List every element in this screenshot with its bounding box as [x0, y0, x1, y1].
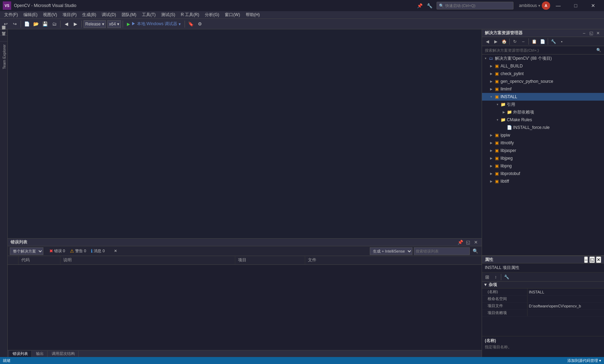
col-project[interactable]: 项目: [235, 256, 305, 264]
menu-file[interactable]: 文件(F): [1, 11, 21, 19]
menu-analyze[interactable]: 分析(G): [202, 11, 222, 19]
error-panel-header: 错误列表 📌 ◱ ✕: [8, 239, 482, 246]
col-code[interactable]: 代码: [18, 256, 60, 264]
menu-view[interactable]: 视图(V): [40, 11, 60, 19]
menu-window[interactable]: 窗口(W): [222, 11, 243, 19]
tree-libprotobuf[interactable]: ▶ ▣ libprotobuf: [482, 170, 604, 177]
tree-libtiff[interactable]: ▶ ▣ libtiff: [482, 177, 604, 185]
clear-filter-button[interactable]: ✕: [112, 247, 119, 255]
warning-count-button[interactable]: ⚠ 警告 0: [68, 247, 88, 255]
menu-tools[interactable]: 工具(T): [139, 11, 158, 19]
se-pin-button[interactable]: –: [581, 30, 587, 36]
se-sync-button[interactable]: ↻: [511, 38, 519, 45]
error-panel-float-button[interactable]: ◱: [465, 239, 471, 246]
prop-projdeps-label: 项目依赖项: [482, 310, 527, 316]
se-close-button[interactable]: ✕: [595, 30, 601, 36]
menu-debug[interactable]: 调试(D): [99, 11, 119, 19]
error-panel-pin-button[interactable]: 📌: [457, 239, 463, 246]
save-button[interactable]: 💾: [41, 20, 49, 28]
source-control-button[interactable]: 添加到源代码管理 ▾: [567, 358, 601, 363]
tree-install-force[interactable]: 📄 INSTALL_force.rule: [482, 124, 604, 131]
pin2-icon[interactable]: 🔧: [425, 2, 434, 9]
error-scope-select[interactable]: 整个解决方案: [10, 247, 43, 255]
tree-cmake-rules[interactable]: ▾ 📁 CMake Rules: [482, 116, 604, 124]
restore-button[interactable]: □: [568, 0, 584, 11]
se-back-button[interactable]: ◀: [483, 38, 491, 45]
tree-llmlmf[interactable]: ▶ ▣ llmlmf: [482, 85, 604, 93]
tree-ittnotify[interactable]: ▶ ▣ ittnotify: [482, 139, 604, 147]
se-collapse-button[interactable]: –: [519, 38, 527, 45]
se-wrench-button[interactable]: 🔧: [549, 38, 557, 45]
minimize-button[interactable]: —: [550, 0, 566, 11]
se-home-button[interactable]: 🏠: [500, 38, 508, 45]
forward-button[interactable]: ▶: [71, 20, 80, 28]
configuration-label: Release: [85, 22, 101, 27]
prop-wrench-button[interactable]: 🔧: [503, 274, 510, 281]
tree-references[interactable]: ▾ 📁 引用: [482, 101, 604, 108]
prop-title: 属性: [485, 257, 584, 263]
se-float-button[interactable]: ◱: [588, 30, 594, 36]
info-count-button[interactable]: ℹ 消息 0: [89, 247, 106, 255]
tree-libpng[interactable]: ▶ ▣ libpng: [482, 162, 604, 170]
tree-ippiw[interactable]: ▶ ▣ ippiw: [482, 131, 604, 139]
menu-help[interactable]: 帮助(H): [243, 11, 263, 19]
tab-output[interactable]: 输出: [33, 351, 48, 357]
open-file-button[interactable]: 📂: [32, 20, 40, 28]
tree-check-pylint[interactable]: ▶ ▣ check_pylint: [482, 70, 604, 78]
prop-pin-button[interactable]: –: [584, 256, 588, 263]
se-tree[interactable]: ▾ 🗂 解决方案'OpenCV' (88 个项目) ▶ ▣ ALL_BUILD …: [482, 54, 604, 255]
error-search-button[interactable]: 🔍: [471, 247, 480, 255]
menu-rtools[interactable]: R 工具(R): [178, 11, 202, 19]
err-filter-select[interactable]: 生成 + IntelliSense: [370, 247, 412, 255]
menu-project[interactable]: 项目(P): [60, 11, 79, 19]
server-explorer-tab[interactable]: 服务器资源管理器: [0, 29, 7, 35]
error-search-input[interactable]: [414, 247, 470, 255]
tree-libjasper[interactable]: ▶ ▣ libjasper: [482, 147, 604, 154]
error-count-button[interactable]: ✖ 错误 0: [48, 247, 67, 255]
undo-button[interactable]: ↩: [1, 20, 10, 28]
menu-edit[interactable]: 编辑(E): [21, 11, 40, 19]
save-all-button[interactable]: 🗂: [50, 20, 58, 28]
close-button[interactable]: ✕: [585, 0, 601, 11]
team-explorer-tab[interactable]: Team Explorer: [0, 41, 7, 72]
tree-install[interactable]: ▾ ▣ INSTALL: [482, 93, 604, 101]
user-avatar[interactable]: A: [542, 1, 550, 10]
tab-error-list[interactable]: 错误列表: [9, 351, 32, 357]
tree-all-build[interactable]: ▶ ▣ ALL_BUILD: [482, 62, 604, 70]
tree-solution[interactable]: ▾ 🗂 解决方案'OpenCV' (88 个项目): [482, 54, 604, 62]
prop-section-misc[interactable]: ▼ 杂项: [482, 282, 604, 289]
se-filter-button[interactable]: ▪: [558, 38, 566, 45]
se-paste-button[interactable]: 📄: [539, 38, 546, 45]
toolbox-tab[interactable]: 工具箱: [0, 35, 7, 41]
tree-libjpeg[interactable]: ▶ ▣ libjpeg: [482, 154, 604, 162]
prop-float-button[interactable]: ◱: [589, 256, 595, 263]
platform-dropdown[interactable]: x64 ▾: [107, 20, 121, 28]
prop-name-label: (名称): [482, 289, 527, 295]
prop-sort-button[interactable]: ↕: [492, 274, 499, 281]
status-bar: 就绪 添加到源代码管理 ▾: [0, 357, 604, 364]
configuration-dropdown[interactable]: Release ▾: [84, 20, 106, 28]
se-copy-button[interactable]: 📋: [530, 38, 538, 45]
se-forward-button[interactable]: ▶: [492, 38, 499, 45]
pin-icon[interactable]: 📌: [416, 2, 424, 9]
col-desc[interactable]: 说明: [60, 256, 235, 264]
tree-gen-opencv[interactable]: ▶ ▣ gen_opencv_python_source: [482, 78, 604, 85]
menu-build[interactable]: 生成(B): [79, 11, 99, 19]
tab-call-hierarchy[interactable]: 调用层次结构: [48, 351, 79, 357]
settings-button[interactable]: ⚙: [196, 20, 204, 28]
project-icon-install: ▣: [494, 94, 499, 100]
back-button[interactable]: ◀: [62, 20, 71, 28]
error-panel-close-button[interactable]: ✕: [473, 239, 479, 246]
prop-close-button[interactable]: ✕: [596, 256, 601, 263]
editor-content[interactable]: [8, 29, 482, 238]
se-search-input[interactable]: [485, 48, 595, 52]
run-button[interactable]: ▶ ▶ 本地 Windows 调试器 ▾: [125, 20, 183, 28]
col-file[interactable]: 文件: [305, 256, 482, 264]
menu-team[interactable]: 团队(M): [119, 11, 139, 19]
bookmark-button[interactable]: 🔖: [187, 20, 195, 28]
redo-button[interactable]: ↪: [10, 20, 19, 28]
menu-test[interactable]: 测试(S): [158, 11, 178, 19]
tree-external-deps[interactable]: ▶ 📁 外部依赖项: [482, 108, 604, 116]
prop-grid-button[interactable]: ⊞: [483, 274, 491, 281]
new-file-button[interactable]: 📄: [23, 20, 31, 28]
